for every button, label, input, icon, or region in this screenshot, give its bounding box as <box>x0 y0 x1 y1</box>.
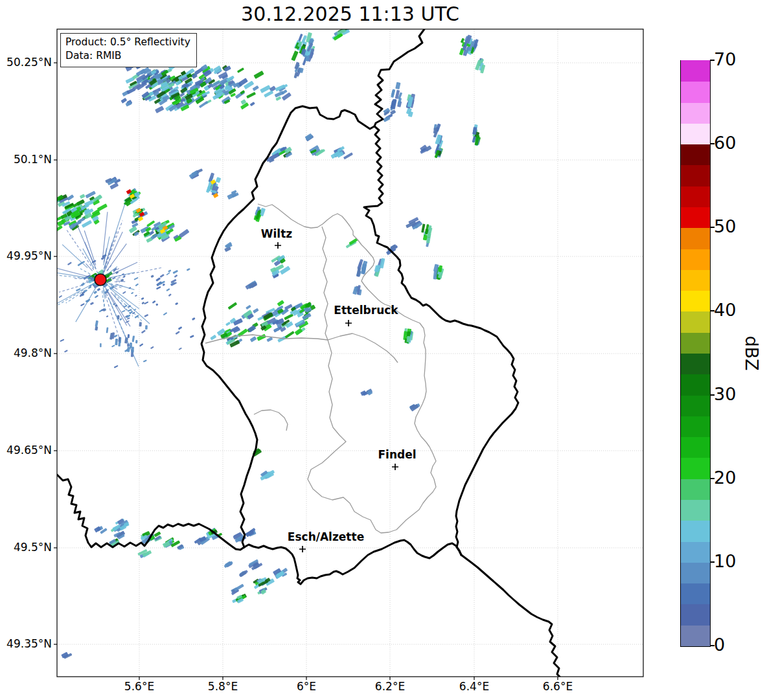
lon-tick-label: 5.6°E <box>110 680 168 693</box>
colorbar-segment <box>681 395 710 416</box>
grid-lines <box>57 29 643 677</box>
lon-tick-label: 6.2°E <box>361 680 419 693</box>
lat-tick-label: 50.1°N <box>4 153 52 166</box>
lon-tick-label: 5.8°E <box>194 680 252 693</box>
plot-frame <box>57 29 643 677</box>
colorbar-tick-label: 60 <box>714 133 736 153</box>
map-plot-area <box>34 27 643 677</box>
product-line: Product: 0.5° Reflectivity <box>65 36 190 49</box>
colorbar-segment <box>681 144 710 166</box>
colorbar-tick-label: 50 <box>714 216 736 236</box>
radar-screenshot: 30.12.2025 11:13 UTC WiltzEttelbruckFind… <box>0 0 767 700</box>
colorbar-segment <box>681 458 710 479</box>
product-info-box: Product: 0.5° Reflectivity Data: RMIB <box>60 33 197 67</box>
radar-echoes <box>53 27 485 659</box>
colorbar-segment <box>681 249 710 270</box>
colorbar-tick-label: 40 <box>714 300 736 320</box>
city-marker <box>275 242 281 249</box>
colorbar-segment <box>681 82 710 103</box>
colorbar-segment <box>681 291 710 312</box>
colorbar-segment <box>681 165 710 186</box>
colorbar-segment <box>681 353 710 374</box>
colorbar-segment <box>681 541 710 563</box>
colorbar-segment <box>681 186 710 207</box>
city-label: Ettelbruck <box>334 304 398 317</box>
data-source-line: Data: RMIB <box>65 49 190 63</box>
colorbar-segment <box>681 228 710 249</box>
lon-tick-label: 6°E <box>277 680 336 693</box>
lat-tick-label: 49.35°N <box>4 637 52 650</box>
colorbar-segment <box>681 583 710 605</box>
city-marker <box>392 464 398 470</box>
colorbar-segment <box>681 499 710 521</box>
colorbar-segment <box>681 207 710 228</box>
lat-tick-label: 49.65°N <box>4 444 52 457</box>
lat-tick-label: 49.8°N <box>4 346 52 359</box>
colorbar-segment <box>681 416 710 437</box>
radar-site-marker <box>95 274 106 286</box>
radar-map: WiltzEttelbruckFindelEsch/Alzette <box>0 0 767 700</box>
city-marker <box>299 546 306 552</box>
colorbar-segment <box>681 604 710 626</box>
lat-tick-label: 49.95°N <box>4 249 52 262</box>
colorbar-segment <box>681 437 710 458</box>
colorbar-segment <box>681 269 710 291</box>
colorbar-tick-label: 0 <box>714 635 725 655</box>
colorbar-segment <box>681 60 710 82</box>
colorbar-unit-label: dBZ <box>742 335 762 370</box>
colorbar-segment <box>681 521 710 542</box>
colorbar-segment <box>681 332 710 354</box>
reflectivity-colorbar <box>680 60 711 647</box>
colorbar-segment <box>681 123 710 144</box>
colorbar-segment <box>681 374 710 396</box>
colorbar-segment <box>681 102 710 124</box>
colorbar-tick-label: 70 <box>714 49 736 69</box>
lat-tick-label: 50.25°N <box>4 56 52 69</box>
city-label: Wiltz <box>261 227 293 240</box>
city-label: Findel <box>378 448 416 461</box>
city-label: Esch/Alzette <box>288 530 364 543</box>
lon-tick-label: 6.4°E <box>445 680 503 693</box>
colorbar-segment <box>681 562 710 583</box>
city-labels: WiltzEttelbruckFindelEsch/Alzette <box>261 227 417 552</box>
colorbar-segment <box>681 311 710 333</box>
colorbar-tick-label: 30 <box>714 384 736 404</box>
district-borders <box>205 204 436 533</box>
colorbar-segment <box>681 479 710 500</box>
colorbar-segment <box>681 625 710 646</box>
city-marker <box>345 320 352 326</box>
colorbar-tick-label: 20 <box>714 468 736 488</box>
lon-tick-label: 6.6°E <box>529 680 587 693</box>
colorbar-tick-label: 10 <box>714 551 736 571</box>
lat-tick-label: 49.5°N <box>4 541 52 554</box>
axis-tick-marks <box>54 63 558 680</box>
